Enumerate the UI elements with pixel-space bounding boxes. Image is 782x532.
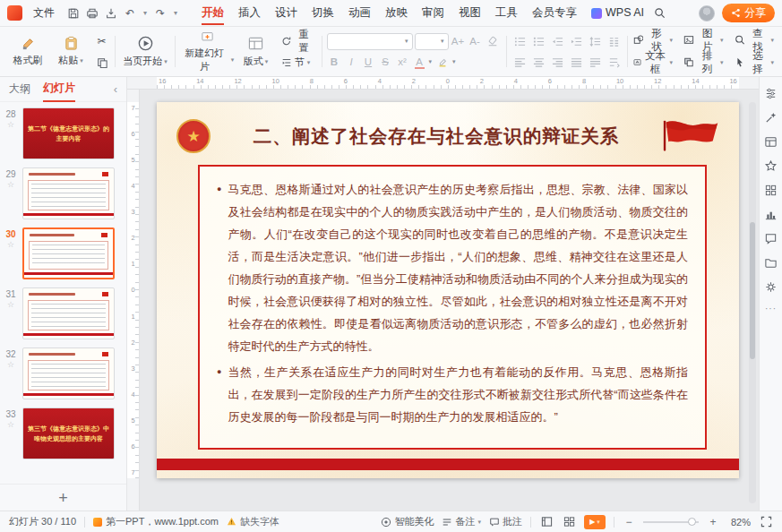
star-icon[interactable]: ☆ xyxy=(7,121,14,129)
arrange-button[interactable]: 排列▾ xyxy=(683,49,723,76)
export-icon[interactable] xyxy=(103,5,119,21)
properties-panel-icon[interactable] xyxy=(764,86,778,100)
design-panel-icon[interactable] xyxy=(764,134,778,149)
scrollbar-thumb[interactable] xyxy=(750,222,755,358)
zoom-out-button[interactable]: − xyxy=(623,516,635,528)
slide-thumbnail-30-current[interactable]: 30☆ xyxy=(2,227,123,279)
italic-button[interactable]: I xyxy=(344,54,359,70)
save-icon[interactable] xyxy=(65,5,82,21)
columns-icon[interactable] xyxy=(606,33,623,50)
star-icon[interactable]: ☆ xyxy=(7,241,14,249)
slide-content-box[interactable]: ● 马克思、恩格斯通过对人的社会意识产生的历史考察后指出，思想、宗教、法律、国家… xyxy=(198,165,707,450)
zoom-in-button[interactable]: + xyxy=(707,516,719,528)
zoom-slider-thumb[interactable] xyxy=(688,518,696,526)
highlight-color-icon[interactable] xyxy=(434,54,451,71)
copy-icon[interactable] xyxy=(93,54,110,71)
font-color-caret-icon[interactable]: ▾ xyxy=(429,58,433,65)
bullet-text[interactable]: 马克思、恩格斯通过对人的社会意识产生的历史考察后指出，思想、宗教、法律、国家以及… xyxy=(228,178,688,357)
clear-format-icon[interactable] xyxy=(485,33,502,50)
avatar[interactable] xyxy=(699,5,715,21)
slide-sorter-view-button[interactable] xyxy=(562,515,576,529)
increase-font-button[interactable]: A+ xyxy=(451,33,466,49)
material-library-icon[interactable] xyxy=(764,183,778,197)
add-slide-button[interactable]: + xyxy=(58,490,68,506)
tab-wps-ai[interactable]: WPS AI xyxy=(584,0,651,26)
file-menu-button[interactable]: 文件 xyxy=(28,4,60,23)
underline-button[interactable]: U xyxy=(361,54,376,70)
bullet-list-icon[interactable] xyxy=(511,33,528,50)
text-direction-icon[interactable] xyxy=(606,54,623,71)
slide-title[interactable]: 二、阐述了社会存在与社会意识的辩证关系 xyxy=(219,124,653,149)
tab-slides[interactable]: 幻灯片 xyxy=(43,76,75,102)
tab-design[interactable]: 设计 xyxy=(268,0,305,26)
font-color-button[interactable]: A xyxy=(412,54,427,70)
paste-button[interactable]: 粘贴▾ xyxy=(50,30,91,73)
bullet-text[interactable]: 当然，生产关系在适应生产力的同时对生产力也有着能动的反作用。马克思、恩格斯指出，… xyxy=(228,361,688,428)
align-center-icon[interactable] xyxy=(530,54,547,71)
tab-review[interactable]: 审阅 xyxy=(415,0,451,26)
slideshow-play-button[interactable]: ▶▾ xyxy=(584,515,606,529)
strikethrough-button[interactable]: S xyxy=(378,54,393,70)
comment-panel-icon[interactable] xyxy=(764,231,778,245)
zoom-slider[interactable] xyxy=(643,521,699,523)
slide-thumbnail-28[interactable]: 28☆ 第二节《德意志意识形态》的主要内容 xyxy=(2,107,123,159)
star-icon[interactable]: ☆ xyxy=(7,421,14,429)
distribute-icon[interactable] xyxy=(587,54,604,71)
tab-home[interactable]: 开始 xyxy=(194,0,231,26)
smart-beautify-button[interactable]: 智能美化 xyxy=(381,515,434,528)
layout-button[interactable]: 版式▾ xyxy=(236,30,276,73)
normal-view-button[interactable] xyxy=(539,515,554,529)
resource-panel-icon[interactable] xyxy=(764,255,778,270)
tab-slideshow[interactable]: 放映 xyxy=(378,0,415,26)
decrease-indent-icon[interactable] xyxy=(549,33,566,50)
numbered-list-icon[interactable] xyxy=(530,33,547,50)
notes-button[interactable]: 备注▾ xyxy=(442,515,481,528)
search-icon[interactable] xyxy=(651,5,667,21)
align-left-icon[interactable] xyxy=(511,54,528,71)
select-button[interactable]: 选择▾ xyxy=(735,49,775,76)
redo-icon[interactable]: ↷ xyxy=(152,5,168,21)
template-source[interactable]: 第一PPT，www.1ppt.com xyxy=(93,515,219,528)
zoom-level[interactable]: 82% xyxy=(727,517,751,528)
print-icon[interactable] xyxy=(84,5,100,21)
decrease-font-button[interactable]: A- xyxy=(468,33,483,49)
tab-outline[interactable]: 大纲 xyxy=(9,77,30,101)
collapse-panel-icon[interactable]: ‹ xyxy=(114,82,117,96)
tab-view[interactable]: 视图 xyxy=(451,0,488,26)
tab-member[interactable]: 会员专享 xyxy=(525,0,584,26)
undo-icon[interactable]: ↶ xyxy=(122,5,138,21)
bold-button[interactable]: B xyxy=(327,54,342,70)
align-right-icon[interactable] xyxy=(549,54,566,71)
play-from-current-button[interactable]: 当页开始▾ xyxy=(120,30,170,73)
slide-thumbnail-32[interactable]: 32☆ xyxy=(2,348,123,399)
missing-font-warning[interactable]: 缺失字体 xyxy=(227,515,279,528)
section-button[interactable]: 节▾ xyxy=(278,54,317,71)
slide-canvas[interactable]: ★ 二、阐述了社会存在与社会意识的辩证关系 ● 马克思、恩格斯通过对人的社会意识… xyxy=(157,102,739,478)
cut-icon[interactable]: ✂ xyxy=(93,32,110,49)
reset-button[interactable]: 重置 xyxy=(278,32,317,49)
line-spacing-icon[interactable] xyxy=(587,33,604,50)
tab-animation[interactable]: 动画 xyxy=(341,0,378,26)
wps-logo[interactable] xyxy=(7,5,22,21)
font-size-select[interactable]: ▾ xyxy=(415,33,449,50)
tab-transition[interactable]: 切换 xyxy=(305,0,341,26)
star-icon[interactable]: ☆ xyxy=(7,181,14,189)
tab-insert[interactable]: 插入 xyxy=(231,0,268,26)
slide-thumbnail-31[interactable]: 31☆ xyxy=(2,287,123,339)
star-icon[interactable]: ☆ xyxy=(7,361,14,369)
settings-panel-icon[interactable] xyxy=(764,279,778,294)
increase-indent-icon[interactable] xyxy=(568,33,585,50)
chart-helper-icon[interactable] xyxy=(764,207,778,221)
animation-panel-icon[interactable] xyxy=(764,159,778,173)
canvas[interactable]: 765432101234567 ★ 二、阐述了社会存在与社会意识的辩证关系 ● … xyxy=(127,90,759,511)
slide-thumbnail-29[interactable]: 29☆ xyxy=(2,167,123,219)
highlight-caret-icon[interactable]: ▾ xyxy=(452,58,456,65)
textbox-button[interactable]: 文本框▾ xyxy=(633,49,674,76)
more-panels-icon[interactable]: ··· xyxy=(765,304,777,313)
superscript-button[interactable]: x² xyxy=(395,54,410,70)
justify-icon[interactable] xyxy=(568,54,585,71)
new-slide-button[interactable]: 新建幻灯片▾ xyxy=(180,30,234,73)
font-family-select[interactable]: ▾ xyxy=(327,33,413,50)
tab-tools[interactable]: 工具 xyxy=(488,0,525,26)
canvas-scrollbar[interactable] xyxy=(749,102,756,503)
